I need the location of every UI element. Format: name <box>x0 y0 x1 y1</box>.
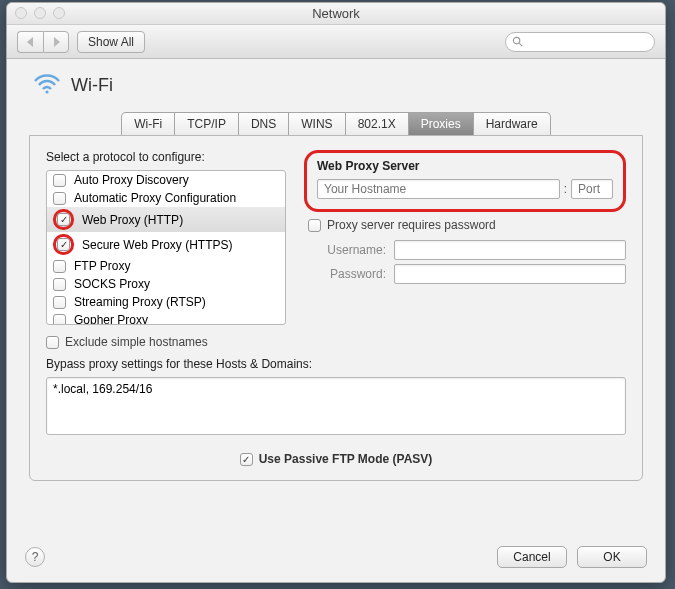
password-input <box>394 264 626 284</box>
back-button[interactable] <box>17 31 43 53</box>
passive-ftp-label: Use Passive FTP Mode (PASV) <box>259 452 433 466</box>
nav-buttons <box>17 31 69 53</box>
proxy-host-input[interactable] <box>317 179 560 199</box>
svg-line-1 <box>519 43 522 46</box>
protocol-row[interactable]: SOCKS Proxy <box>47 275 285 293</box>
server-highlight: Web Proxy Server : <box>304 150 626 212</box>
zoom-window-button[interactable] <box>53 7 65 19</box>
page-title: Wi-Fi <box>71 75 113 96</box>
protocol-label: Gopher Proxy <box>74 313 148 325</box>
protocol-row[interactable]: Automatic Proxy Configuration <box>47 189 285 207</box>
titlebar[interactable]: Network <box>7 3 665 25</box>
show-all-button[interactable]: Show All <box>77 31 145 53</box>
bypass-textarea[interactable] <box>46 377 626 435</box>
tab-dns[interactable]: DNS <box>238 112 289 135</box>
footer: ? Cancel OK <box>7 538 665 582</box>
svg-point-0 <box>513 37 519 43</box>
svg-point-2 <box>45 90 48 93</box>
username-input <box>394 240 626 260</box>
requires-password-label: Proxy server requires password <box>327 218 496 232</box>
protocol-row[interactable]: ✓Web Proxy (HTTP) <box>47 207 285 232</box>
host-port-separator: : <box>564 182 567 196</box>
protocol-checkbox[interactable]: ✓ <box>57 213 70 226</box>
ok-button[interactable]: OK <box>577 546 647 568</box>
tab-proxies[interactable]: Proxies <box>408 112 474 135</box>
pane-header: Wi-Fi <box>33 73 643 98</box>
minimize-window-button[interactable] <box>34 7 46 19</box>
username-label: Username: <box>304 243 386 257</box>
requires-password-checkbox[interactable] <box>308 219 321 232</box>
window-title: Network <box>312 6 360 21</box>
help-button[interactable]: ? <box>25 547 45 567</box>
protocol-checkbox[interactable]: ✓ <box>57 238 70 251</box>
proxies-pane: Select a protocol to configure: Auto Pro… <box>29 135 643 481</box>
protocol-checkbox[interactable] <box>53 296 66 309</box>
server-label: Web Proxy Server <box>317 159 613 173</box>
search-icon <box>512 36 523 47</box>
protocol-checkbox[interactable] <box>53 260 66 273</box>
bypass-label: Bypass proxy settings for these Hosts & … <box>46 357 626 371</box>
exclude-hostnames-label: Exclude simple hostnames <box>65 335 208 349</box>
protocol-label: Select a protocol to configure: <box>46 150 286 164</box>
protocol-checkbox[interactable] <box>53 278 66 291</box>
password-label: Password: <box>304 267 386 281</box>
wifi-icon <box>33 73 61 98</box>
protocol-label: Secure Web Proxy (HTTPS) <box>82 238 232 252</box>
protocol-checkbox[interactable] <box>53 174 66 187</box>
protocol-checkbox[interactable] <box>53 314 66 326</box>
tab-tcpip[interactable]: TCP/IP <box>174 112 239 135</box>
forward-button[interactable] <box>43 31 69 53</box>
tab-wins[interactable]: WINS <box>288 112 345 135</box>
protocol-list[interactable]: Auto Proxy DiscoveryAutomatic Proxy Conf… <box>46 170 286 325</box>
protocol-row[interactable]: ✓Secure Web Proxy (HTTPS) <box>47 232 285 257</box>
protocol-row[interactable]: FTP Proxy <box>47 257 285 275</box>
window-controls <box>15 7 65 19</box>
protocol-label: Automatic Proxy Configuration <box>74 191 236 205</box>
cancel-button[interactable]: Cancel <box>497 546 567 568</box>
protocol-checkbox[interactable] <box>53 192 66 205</box>
protocol-label: FTP Proxy <box>74 259 130 273</box>
tab-bar: Wi-FiTCP/IPDNSWINS802.1XProxiesHardware <box>29 112 643 135</box>
tab-wifi[interactable]: Wi-Fi <box>121 112 175 135</box>
protocol-label: SOCKS Proxy <box>74 277 150 291</box>
toolbar: Show All <box>7 25 665 59</box>
protocol-row[interactable]: Gopher Proxy <box>47 311 285 325</box>
passive-ftp-checkbox[interactable]: ✓ <box>240 453 253 466</box>
network-prefs-window: Network Show All Wi-Fi Wi-FiTCP/IPDNSWIN… <box>6 2 666 583</box>
tab-hardware[interactable]: Hardware <box>473 112 551 135</box>
proxy-port-input[interactable] <box>571 179 613 199</box>
exclude-hostnames-checkbox[interactable] <box>46 336 59 349</box>
protocol-label: Web Proxy (HTTP) <box>82 213 183 227</box>
protocol-label: Auto Proxy Discovery <box>74 173 189 187</box>
protocol-row[interactable]: Auto Proxy Discovery <box>47 171 285 189</box>
tab-8021x[interactable]: 802.1X <box>345 112 409 135</box>
close-window-button[interactable] <box>15 7 27 19</box>
protocol-label: Streaming Proxy (RTSP) <box>74 295 206 309</box>
protocol-row[interactable]: Streaming Proxy (RTSP) <box>47 293 285 311</box>
search-field[interactable] <box>505 32 655 52</box>
